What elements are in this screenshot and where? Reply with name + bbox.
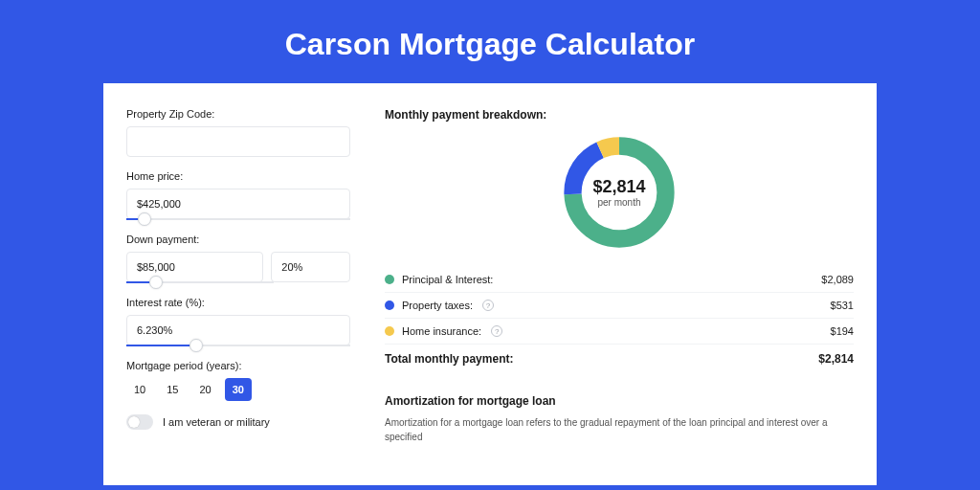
slider-fill [126,345,196,346]
switch-thumb [128,416,140,428]
slider-thumb[interactable] [138,212,151,226]
field-period: Mortgage period (years): 10152030 [126,360,350,401]
legend-dot-tax [385,301,394,310]
breakdown-heading: Monthly payment breakdown: [385,108,854,122]
card-inner: Property Zip Code: Home price: Down paym… [103,83,877,469]
form-panel: Property Zip Code: Home price: Down paym… [126,108,368,444]
period-btn-15[interactable]: 15 [159,378,186,401]
donut-sub: per month [597,197,640,208]
interest-input[interactable] [126,315,350,345]
info-icon[interactable]: ? [482,300,494,311]
breakdown-panel: Monthly payment breakdown: $2,814 per mo… [368,108,854,444]
field-home-price: Home price: [126,170,350,220]
down-payment-pct-input[interactable] [271,252,350,282]
veteran-row: I am veteran or military [126,414,350,430]
zip-input[interactable] [126,126,350,157]
legend-row-pi: Principal & Interest:$2,089 [385,267,854,293]
legend-amount: $194 [831,325,854,337]
interest-label: Interest rate (%): [126,297,350,308]
period-btn-30[interactable]: 30 [225,378,252,401]
legend-dot-ins [385,326,394,336]
calculator-card: Property Zip Code: Home price: Down paym… [103,83,877,485]
down-payment-input[interactable] [126,252,263,282]
field-zip: Property Zip Code: [126,108,350,157]
down-payment-slider[interactable] [126,281,274,283]
legend-row-tax: Property taxes:?$531 [385,293,854,319]
period-label: Mortgage period (years): [126,360,350,371]
legend: Principal & Interest:$2,089Property taxe… [385,267,854,345]
donut-wrap: $2,814 per month [385,131,854,254]
legend-label: Principal & Interest: [402,274,493,285]
donut-amount: $2,814 [592,177,645,197]
period-btn-10[interactable]: 10 [126,378,153,401]
info-icon[interactable]: ? [491,325,502,337]
period-buttons: 10152030 [126,378,350,401]
legend-amount: $2,089 [821,274,854,285]
total-row: Total monthly payment: $2,814 [385,345,854,377]
amortization-heading: Amortization for mortgage loan [385,394,854,408]
legend-amount: $531 [831,300,854,311]
field-interest: Interest rate (%): [126,297,350,346]
amortization-text: Amortization for a mortgage loan refers … [385,415,854,444]
down-payment-label: Down payment: [126,234,350,245]
veteran-label: I am veteran or military [163,416,270,428]
home-price-input[interactable] [126,189,350,219]
legend-left: Principal & Interest: [385,274,493,285]
total-label: Total monthly payment: [385,352,513,366]
legend-row-ins: Home insurance:?$194 [385,319,854,345]
home-price-slider[interactable] [126,218,350,220]
legend-dot-pi [385,275,394,284]
interest-slider[interactable] [126,345,350,346]
donut-center: $2,814 per month [558,131,680,254]
legend-left: Home insurance:? [385,325,502,337]
period-btn-20[interactable]: 20 [192,378,219,401]
legend-left: Property taxes:? [385,300,494,311]
field-down-payment: Down payment: [126,234,350,283]
zip-label: Property Zip Code: [126,108,350,120]
payment-donut-chart: $2,814 per month [558,131,680,254]
slider-thumb[interactable] [189,339,203,352]
page-title: Carson Mortgage Calculator [0,0,980,83]
veteran-toggle[interactable] [126,414,153,430]
home-price-label: Home price: [126,170,350,182]
legend-label: Home insurance: [402,325,481,337]
slider-thumb[interactable] [149,276,163,289]
total-amount: $2,814 [818,352,854,366]
legend-label: Property taxes: [402,300,473,311]
